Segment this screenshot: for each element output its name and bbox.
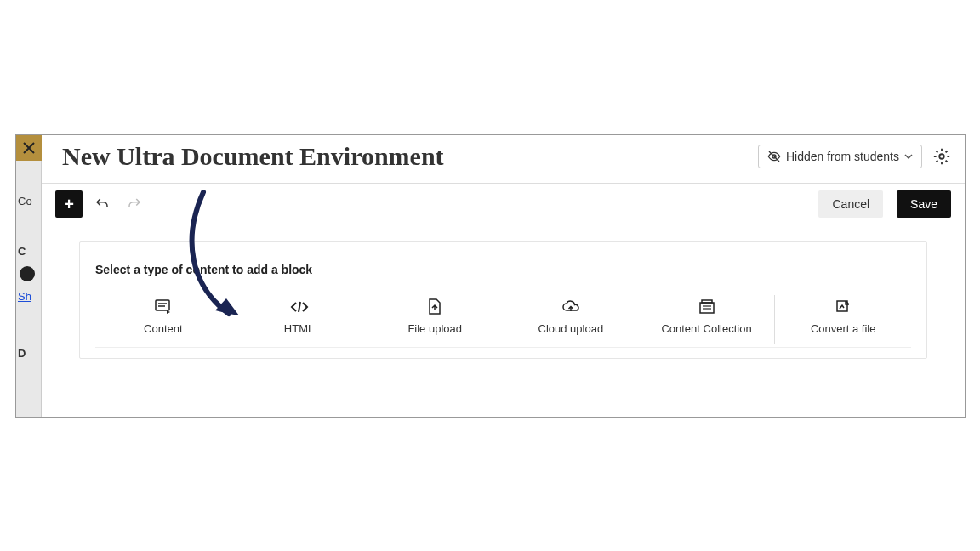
content-label: Content <box>144 322 183 335</box>
gear-icon <box>932 147 951 166</box>
bg-link: Sh <box>16 287 41 306</box>
page-title[interactable]: New Ultra Document Environment <box>62 142 758 171</box>
save-button[interactable]: Save <box>897 190 951 218</box>
visibility-label: Hidden from students <box>786 150 899 163</box>
block-options-row: Content HTML File upload <box>95 295 911 348</box>
cloud-upload-label: Cloud upload <box>538 322 604 335</box>
cloud-upload-icon <box>561 298 580 315</box>
content-collection-option[interactable]: Content Collection <box>639 295 775 344</box>
undo-button[interactable] <box>89 191 115 217</box>
convert-file-option[interactable]: Convert a file <box>774 295 911 344</box>
settings-button[interactable] <box>932 147 951 166</box>
visibility-dropdown[interactable]: Hidden from students <box>758 145 922 168</box>
document-editor-window: Co C Sh D New Ultra Document Environment… <box>15 134 966 418</box>
redo-button[interactable] <box>122 191 147 217</box>
file-upload-icon <box>428 298 442 315</box>
content-block-panel: Select a type of content to add a block … <box>79 241 927 359</box>
undo-icon <box>94 196 110 212</box>
svg-rect-7 <box>700 303 714 313</box>
header-bar: New Ultra Document Environment Hidden fr… <box>42 135 965 184</box>
svg-point-2 <box>939 154 944 159</box>
content-option[interactable]: Content <box>95 295 231 344</box>
collection-icon <box>698 298 715 315</box>
content-icon <box>155 298 172 315</box>
bg-avatar <box>20 266 35 281</box>
editor-panel: New Ultra Document Environment Hidden fr… <box>42 135 965 417</box>
convert-file-label: Convert a file <box>811 322 876 335</box>
add-block-button[interactable]: + <box>55 190 83 218</box>
svg-rect-8 <box>702 300 712 303</box>
plus-icon: + <box>64 195 74 214</box>
toolbar: + Cancel Save <box>42 184 965 224</box>
html-label: HTML <box>284 322 314 335</box>
bg-text: D <box>16 344 41 363</box>
svg-line-6 <box>299 302 300 312</box>
file-upload-option[interactable]: File upload <box>367 295 503 344</box>
html-icon <box>290 298 309 315</box>
bg-text: Co <box>16 191 41 211</box>
bg-text: C <box>16 241 41 261</box>
close-icon <box>23 142 35 154</box>
close-button[interactable] <box>16 135 42 161</box>
file-upload-label: File upload <box>407 322 462 335</box>
background-sidebar: Co C Sh D <box>16 135 42 417</box>
hidden-icon <box>767 150 781 163</box>
content-collection-label: Content Collection <box>661 322 751 335</box>
chevron-down-icon <box>904 152 913 161</box>
convert-icon <box>835 298 851 315</box>
cancel-button[interactable]: Cancel <box>818 190 883 218</box>
redo-icon <box>127 196 142 212</box>
html-option[interactable]: HTML <box>231 295 368 344</box>
block-prompt: Select a type of content to add a block <box>95 263 911 276</box>
cloud-upload-option[interactable]: Cloud upload <box>503 295 639 344</box>
svg-rect-3 <box>156 300 169 310</box>
